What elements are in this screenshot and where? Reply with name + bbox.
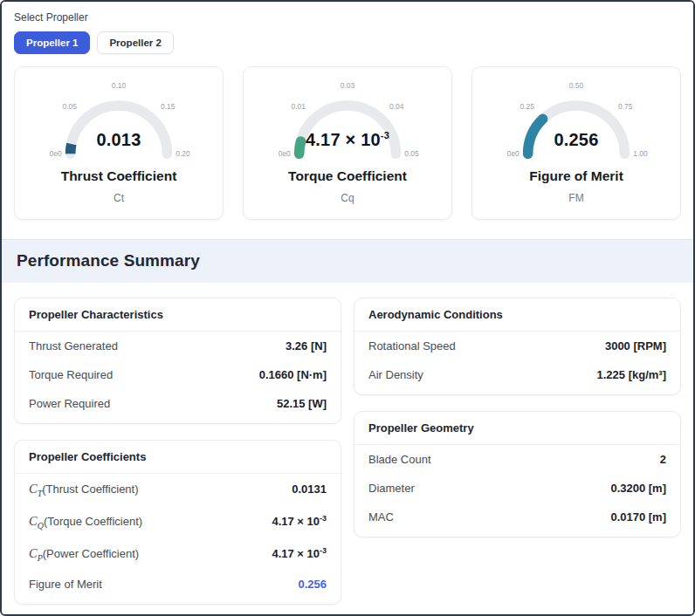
stat-label: Power Required <box>29 397 110 410</box>
gauge-tick-max: 0.05 <box>404 149 419 158</box>
gauge-tick-q3: 0.75 <box>618 102 633 111</box>
stat-row-figure-of-merit: Figure of Merit 0.256 <box>15 570 341 599</box>
app-window: Select Propeller Propeller 1 Propeller 2… <box>0 0 695 616</box>
gauge-tick-q3: 0.04 <box>389 102 404 111</box>
stat-value: 3.26 [N] <box>286 339 327 352</box>
aerodynamic-conditions-panel: Aerodynamic Conditions Rotational Speed … <box>354 298 681 395</box>
torque-coefficient-gauge: 0e0 0.01 0.03 0.04 0.05 4.17 × 10-3 <box>247 76 448 163</box>
gauge-tick-min: 0e0 <box>50 149 62 158</box>
gauge-symbol: Cq <box>244 192 451 204</box>
stat-label: Diameter <box>368 482 415 495</box>
stat-label: Rotational Speed <box>368 339 456 352</box>
stat-value: 4.17 × 10-3 <box>272 514 327 528</box>
gauge-tick-min: 0e0 <box>507 149 520 158</box>
stat-row-torque-required: Torque Required 0.1660 [N·m] <box>15 360 341 389</box>
gauge-tick-min: 0e0 <box>279 149 291 158</box>
gauge-tick-q1: 0.25 <box>520 102 535 111</box>
stat-label: CT(Thrust Coefficient) <box>29 482 139 498</box>
gauge-symbol: Ct <box>15 192 223 204</box>
propeller-2-button[interactable]: Propeller 2 <box>97 31 173 54</box>
stat-row-torque-coefficient: CQ(Torque Coefficient) 4.17 × 10-3 <box>15 506 341 538</box>
stat-label: Figure of Merit <box>29 578 102 591</box>
stat-value: 0.3200 [m] <box>610 482 666 495</box>
thrust-coefficient-gauge: 0e0 0.05 0.10 0.15 0.20 0.013 <box>18 76 219 163</box>
stat-value: 2 <box>660 453 666 466</box>
summary-right-column: Aerodynamic Conditions Rotational Speed … <box>354 298 681 537</box>
stat-row-diameter: Diameter 0.3200 [m] <box>354 474 680 503</box>
gauge-value: 4.17 × 10-3 <box>247 130 448 150</box>
figure-of-merit-gauge: 0e0 0.25 0.50 0.75 1.00 0.256 <box>476 76 677 163</box>
stat-value: 3000 [RPM] <box>605 339 666 352</box>
panel-title: Aerodynamic Conditions <box>354 298 680 332</box>
gauge-value: 0.013 <box>18 130 219 150</box>
gauge-tick-max: 1.00 <box>633 149 648 158</box>
gauge-tick-mid: 0.10 <box>112 81 127 90</box>
stat-row-rotational-speed: Rotational Speed 3000 [RPM] <box>354 332 680 360</box>
stat-row-power-required: Power Required 52.15 [W] <box>15 389 341 418</box>
stat-label: CQ(Torque Coefficient) <box>29 514 142 530</box>
stat-label: Thrust Generated <box>29 339 118 352</box>
gauge-card-torque-coefficient: 0e0 0.01 0.03 0.04 0.05 4.17 × 10-3 Torq… <box>243 66 452 220</box>
gauge-tick-q1: 0.05 <box>63 102 78 111</box>
stat-row-thrust-generated: Thrust Generated 3.26 [N] <box>15 332 341 360</box>
gauge-tick-mid: 0.50 <box>569 81 584 90</box>
math-symbol: C <box>29 482 38 496</box>
gauge-title: Torque Coefficient <box>244 168 451 184</box>
propeller-characteristics-panel: Propeller Characteristics Thrust Generat… <box>14 298 341 424</box>
propeller-selector-section: Select Propeller Propeller 1 Propeller 2… <box>2 2 693 220</box>
stat-row-thrust-coefficient: CT(Thrust Coefficient) 0.0131 <box>15 474 341 506</box>
select-propeller-label: Select Propeller <box>14 11 681 24</box>
gauge-svg: 0e0 0.01 0.03 0.04 0.05 <box>247 76 448 163</box>
propeller-coefficients-panel: Propeller Coefficients CT(Thrust Coeffic… <box>14 440 341 605</box>
gauge-tick-mid: 0.03 <box>341 81 355 90</box>
performance-summary-header: Performance Summary <box>2 239 693 283</box>
gauge-title: Figure of Merit <box>472 168 680 184</box>
stat-label: MAC <box>368 510 394 524</box>
propeller-button-group: Propeller 1 Propeller 2 <box>14 31 681 54</box>
math-symbol: C <box>29 514 38 528</box>
stat-value: 0.0131 <box>292 483 327 496</box>
panel-title: Propeller Characteristics <box>15 298 341 332</box>
stat-label: Torque Required <box>29 368 113 381</box>
stat-value: 52.15 [W] <box>277 397 327 410</box>
stat-value: 0.1660 [N·m] <box>259 368 327 381</box>
gauge-svg: 0e0 0.05 0.10 0.15 0.20 <box>18 76 219 163</box>
propeller-1-button[interactable]: Propeller 1 <box>14 31 90 54</box>
stat-value: 4.17 × 10-3 <box>272 546 327 560</box>
gauge-cards-row: 0e0 0.05 0.10 0.15 0.20 0.013 Thrust Coe… <box>14 66 681 220</box>
gauge-title: Thrust Coefficient <box>15 168 223 184</box>
gauge-tick-q1: 0.01 <box>292 102 306 111</box>
stat-label: Blade Count <box>368 453 431 466</box>
stat-row-air-density: Air Density 1.225 [kg/m³] <box>354 360 680 389</box>
stat-row-mac: MAC 0.0170 [m] <box>354 503 680 531</box>
gauge-tick-q3: 0.15 <box>161 102 175 111</box>
panel-title: Propeller Geometry <box>354 412 680 445</box>
panel-title: Propeller Coefficients <box>15 441 341 474</box>
summary-left-column: Propeller Characteristics Thrust Generat… <box>14 298 341 605</box>
math-subscript: Q <box>38 521 44 530</box>
stat-value-highlighted: 0.256 <box>298 578 327 591</box>
gauge-card-thrust-coefficient: 0e0 0.05 0.10 0.15 0.20 0.013 Thrust Coe… <box>14 66 224 220</box>
gauge-symbol: FM <box>472 192 680 204</box>
performance-summary-title: Performance Summary <box>17 251 678 270</box>
stat-label: Air Density <box>368 368 423 381</box>
stat-label: CP(Power Coefficient) <box>29 546 139 563</box>
gauge-card-figure-of-merit: 0e0 0.25 0.50 0.75 1.00 0.256 Figure of … <box>471 66 681 220</box>
stat-row-blade-count: Blade Count 2 <box>354 445 680 474</box>
gauge-value: 0.256 <box>476 130 677 150</box>
stat-row-power-coefficient: CP(Power Coefficient) 4.17 × 10-3 <box>15 538 341 571</box>
math-symbol: C <box>29 546 38 560</box>
gauge-svg: 0e0 0.25 0.50 0.75 1.00 <box>476 76 677 163</box>
stat-value: 0.0170 [m] <box>610 510 666 524</box>
summary-panels: Propeller Characteristics Thrust Generat… <box>2 283 693 616</box>
gauge-tick-max: 0.20 <box>175 149 190 158</box>
stat-value: 1.225 [kg/m³] <box>597 368 666 381</box>
propeller-geometry-panel: Propeller Geometry Blade Count 2 Diamete… <box>354 411 681 537</box>
